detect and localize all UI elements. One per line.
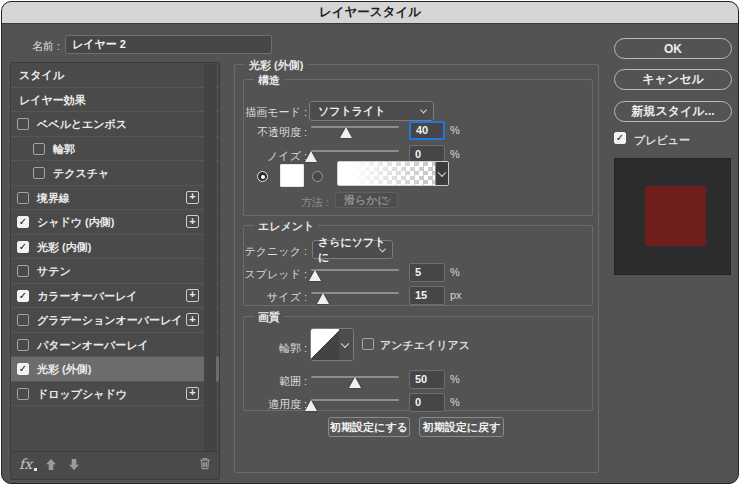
contour-thumbnail [311, 329, 339, 360]
effect-enabled-checkbox[interactable] [17, 363, 29, 375]
reset-to-default-button[interactable]: 初期設定に戻す [419, 417, 504, 437]
style-item-label: 光彩 (外側) [37, 362, 91, 377]
slider-thumb[interactable] [305, 151, 317, 162]
jitter-unit: % [450, 396, 460, 408]
style-list-item[interactable]: カラーオーバーレイ [11, 284, 219, 309]
layer-name-input[interactable]: レイヤー 2 [65, 35, 272, 54]
delete-effect-trash-icon[interactable] [199, 457, 211, 470]
add-effect-instance-icon[interactable] [186, 191, 199, 204]
effect-enabled-checkbox[interactable] [17, 314, 29, 326]
technique-value: さらにソフトに [318, 235, 387, 265]
style-list-item[interactable]: テクスチャ [11, 161, 219, 186]
style-list-item[interactable]: 境界線 [11, 186, 219, 211]
ok-button[interactable]: OK [614, 38, 732, 59]
style-list-item[interactable]: スタイル [11, 63, 219, 88]
contour-picker[interactable] [310, 328, 354, 361]
slider-track [311, 126, 399, 128]
slider-thumb[interactable] [340, 127, 352, 138]
method-select: 滑らかに [335, 192, 398, 208]
effect-enabled-checkbox[interactable] [17, 118, 29, 130]
style-list-item[interactable]: シャドウ (内側) [11, 210, 219, 235]
style-item-label: スタイル [19, 68, 64, 83]
style-list-item[interactable]: パターンオーバーレイ [11, 333, 219, 358]
opacity-unit: % [450, 124, 460, 136]
slider-thumb[interactable] [309, 270, 321, 281]
preview-checkbox[interactable] [614, 132, 626, 144]
opacity-label: 不透明度 : [244, 125, 307, 140]
opacity-slider[interactable] [311, 125, 399, 139]
effect-settings-panel: 光彩 (外側) 構造 描画モード : ソフトライト 不透明度 : 40 % ノイ… [234, 64, 599, 473]
style-list-scrollbar[interactable] [204, 64, 216, 452]
dialog-titlebar[interactable]: レイヤースタイル [2, 2, 738, 24]
effect-enabled-checkbox[interactable] [17, 216, 29, 228]
add-effect-instance-icon[interactable] [186, 215, 199, 228]
gradient-chevron-icon[interactable] [435, 162, 448, 185]
anti-alias-label: アンチエイリアス [380, 338, 470, 353]
style-list-item[interactable]: ドロップシャドウ [11, 382, 219, 407]
make-default-button[interactable]: 初期設定にする [328, 417, 410, 437]
effect-enabled-checkbox[interactable] [17, 339, 29, 351]
quality-group: 画質 輪郭 : アンチエイリアス 範囲 : 50 % 適用度 : [243, 316, 593, 411]
blend-mode-select[interactable]: ソフトライト [309, 101, 434, 121]
style-item-label: 光彩 (内側) [37, 240, 91, 255]
size-slider[interactable] [311, 291, 399, 305]
effect-enabled-checkbox[interactable] [17, 192, 29, 204]
fx-menu-icon[interactable]: fx [19, 456, 32, 472]
contour-chevron-icon[interactable] [339, 329, 353, 360]
slider-thumb[interactable] [349, 377, 361, 388]
style-item-label: サテン [37, 264, 71, 279]
glow-color-radio[interactable] [257, 171, 268, 182]
style-list-panel: スタイルレイヤー効果ベベルとエンボス輪郭テクスチャ境界線シャドウ (内側)光彩 … [10, 62, 220, 480]
effect-enabled-checkbox[interactable] [17, 265, 29, 277]
technique-label: テクニック : [244, 244, 307, 259]
panel-title: 光彩 (外側) [245, 58, 307, 73]
layer-style-dialog: レイヤースタイル 名前 : レイヤー 2 OK キャンセル 新規スタイル... … [1, 1, 739, 484]
jitter-slider[interactable] [311, 398, 399, 412]
screenshot-stage: レイヤースタイル 名前 : レイヤー 2 OK キャンセル 新規スタイル... … [0, 0, 740, 485]
gradient-preview [338, 162, 435, 185]
spread-label: スプレッド : [244, 267, 307, 282]
range-slider[interactable] [311, 375, 399, 389]
jitter-input[interactable]: 0 [409, 393, 445, 412]
glow-gradient-picker[interactable] [337, 161, 449, 186]
slider-thumb[interactable] [305, 400, 317, 411]
add-effect-instance-icon[interactable] [186, 313, 199, 326]
style-list-item[interactable]: 光彩 (内側) [11, 235, 219, 260]
spread-unit: % [450, 266, 460, 278]
style-list-item[interactable]: レイヤー効果 [11, 88, 219, 113]
move-effect-up-icon[interactable] [45, 458, 57, 471]
slider-track [311, 399, 399, 401]
style-list-item[interactable]: ベベルとエンボス [11, 112, 219, 137]
slider-thumb[interactable] [317, 293, 329, 304]
effect-enabled-checkbox[interactable] [17, 388, 29, 400]
style-list-item[interactable]: 輪郭 [11, 137, 219, 162]
glow-color-swatch[interactable] [280, 164, 304, 187]
range-input[interactable]: 50 [409, 370, 445, 389]
effect-enabled-checkbox[interactable] [33, 167, 45, 179]
spread-slider[interactable] [311, 268, 399, 282]
style-list-item[interactable]: サテン [11, 259, 219, 284]
opacity-input[interactable]: 40 [409, 121, 445, 140]
move-effect-down-icon[interactable] [68, 458, 80, 471]
add-effect-instance-icon[interactable] [186, 387, 199, 400]
spread-input[interactable]: 5 [409, 263, 445, 282]
size-input[interactable]: 15 [409, 286, 445, 305]
structure-group-title: 構造 [254, 73, 284, 88]
effect-enabled-checkbox[interactable] [17, 290, 29, 302]
elements-group: エレメント テクニック : さらにソフトに スプレッド : 5 % サイズ : [243, 225, 593, 306]
effect-enabled-checkbox[interactable] [33, 143, 45, 155]
anti-alias-checkbox[interactable] [362, 338, 374, 350]
dialog-title: レイヤースタイル [319, 4, 421, 21]
technique-select[interactable]: さらにソフトに [312, 240, 393, 259]
structure-group: 構造 描画モード : ソフトライト 不透明度 : 40 % ノイズ : [243, 79, 593, 216]
add-effect-instance-icon[interactable] [186, 289, 199, 302]
new-style-button[interactable]: 新規スタイル... [614, 101, 732, 122]
effect-enabled-checkbox[interactable] [17, 241, 29, 253]
slider-track [311, 150, 399, 152]
style-list-item[interactable]: 光彩 (外側) [11, 357, 219, 382]
style-item-label: ドロップシャドウ [37, 387, 127, 402]
style-list-item[interactable]: グラデーションオーバーレイ [11, 308, 219, 333]
elements-group-title: エレメント [254, 219, 318, 234]
glow-gradient-radio[interactable] [312, 171, 323, 182]
cancel-button[interactable]: キャンセル [614, 69, 732, 90]
